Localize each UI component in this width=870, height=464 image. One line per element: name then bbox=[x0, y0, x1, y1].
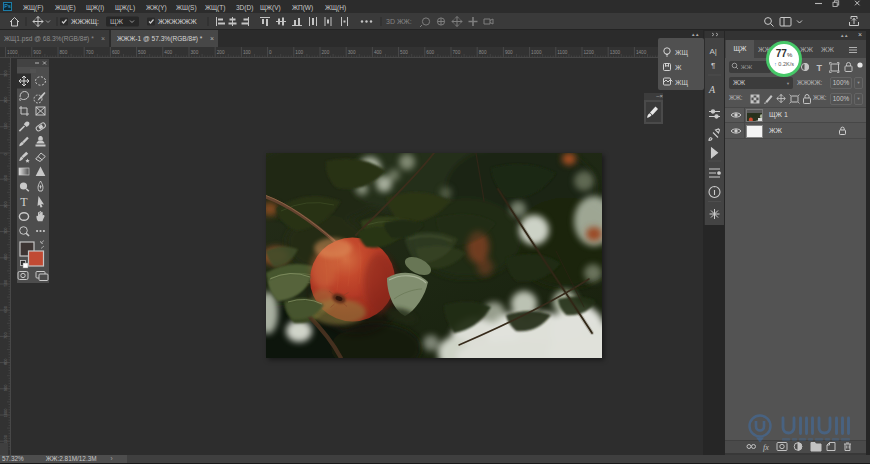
svg-text:1000: 1000 bbox=[7, 50, 18, 55]
svg-text:600: 600 bbox=[426, 50, 434, 55]
svg-text:400: 400 bbox=[374, 50, 382, 55]
svg-text:3D ЖЖ:: 3D ЖЖ: bbox=[386, 18, 412, 25]
svg-text:100: 100 bbox=[243, 50, 251, 55]
svg-text:600: 600 bbox=[112, 50, 120, 55]
svg-text:200: 200 bbox=[217, 50, 225, 55]
svg-text:ЖЖЖЩ:: ЖЖЖЩ: bbox=[71, 18, 99, 26]
svg-text:400: 400 bbox=[164, 50, 172, 55]
svg-text:100: 100 bbox=[295, 50, 303, 55]
svg-text:700: 700 bbox=[86, 50, 94, 55]
svg-text:200: 200 bbox=[322, 50, 330, 55]
svg-text:1200: 1200 bbox=[584, 50, 595, 55]
svg-text:100: 100 bbox=[3, 174, 8, 181]
svg-text:400: 400 bbox=[3, 253, 8, 260]
svg-text:800: 800 bbox=[60, 50, 68, 55]
svg-text:500: 500 bbox=[138, 50, 146, 55]
svg-text:200: 200 bbox=[3, 96, 8, 103]
svg-text:Ж: Ж bbox=[675, 64, 682, 71]
svg-text:900: 900 bbox=[505, 50, 513, 55]
svg-text:800: 800 bbox=[479, 50, 487, 55]
svg-text:0: 0 bbox=[269, 50, 272, 55]
svg-text:1400: 1400 bbox=[636, 50, 647, 55]
svg-text:ЖЖЖЖЖЖ: ЖЖЖЖЖЖ bbox=[158, 18, 197, 25]
svg-text:200: 200 bbox=[3, 200, 8, 207]
svg-text:1100: 1100 bbox=[557, 50, 567, 55]
svg-text:300: 300 bbox=[3, 227, 8, 234]
svg-text:T: T bbox=[20, 195, 28, 209]
svg-text:900: 900 bbox=[3, 384, 8, 391]
svg-text:T: T bbox=[817, 63, 823, 73]
svg-text:A|: A| bbox=[710, 47, 717, 56]
svg-text:500: 500 bbox=[400, 50, 408, 55]
svg-text:900: 900 bbox=[33, 50, 41, 55]
svg-text:800: 800 bbox=[3, 358, 8, 365]
svg-text:ЩЖ: ЩЖ bbox=[110, 18, 124, 26]
svg-text:ЖЩ: ЖЩ bbox=[675, 79, 688, 87]
svg-text:700: 700 bbox=[453, 50, 461, 55]
svg-text:300: 300 bbox=[348, 50, 356, 55]
svg-text:1300: 1300 bbox=[610, 50, 621, 55]
svg-text:300: 300 bbox=[3, 69, 8, 76]
svg-text:600: 600 bbox=[3, 305, 8, 312]
svg-text:700: 700 bbox=[3, 331, 8, 338]
svg-text:1000: 1000 bbox=[3, 408, 8, 418]
svg-text:300: 300 bbox=[191, 50, 199, 55]
svg-text:¶: ¶ bbox=[711, 61, 715, 70]
svg-text:100: 100 bbox=[3, 122, 8, 129]
svg-text:A: A bbox=[708, 84, 716, 95]
svg-text:ЖЩ: ЖЩ bbox=[675, 49, 688, 57]
svg-text:500: 500 bbox=[3, 279, 8, 286]
svg-text:1000: 1000 bbox=[531, 50, 542, 55]
